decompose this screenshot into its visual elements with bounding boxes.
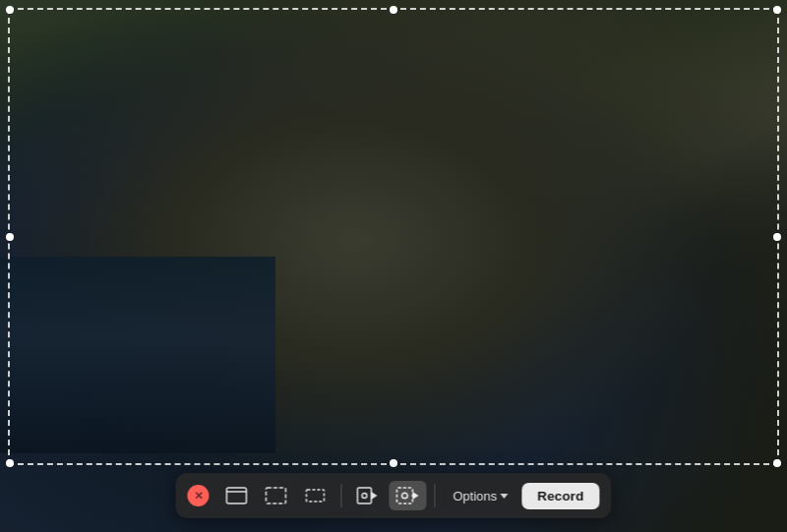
svg-rect-3 (306, 490, 324, 502)
record-button[interactable]: Record (521, 483, 599, 509)
water-area (0, 257, 275, 453)
close-icon: ✕ (194, 490, 203, 502)
record-screen-icon (356, 487, 378, 504)
capture-fullscreen-icon (265, 487, 286, 504)
svg-rect-0 (226, 488, 246, 503)
record-screen-button[interactable] (349, 482, 385, 509)
chevron-down-icon (500, 494, 508, 499)
capture-window-button[interactable] (218, 482, 254, 509)
svg-marker-6 (371, 492, 377, 500)
record-label: Record (537, 489, 583, 503)
record-selection-icon (395, 486, 419, 505)
capture-window-icon (225, 487, 247, 504)
svg-rect-7 (396, 488, 412, 503)
svg-marker-9 (412, 492, 418, 500)
capture-fullscreen-button[interactable] (258, 482, 293, 509)
toolbar-divider (340, 484, 341, 507)
options-button[interactable]: Options (443, 483, 517, 509)
options-label: Options (453, 489, 497, 503)
svg-point-8 (402, 493, 408, 499)
capture-selection-icon (304, 487, 326, 504)
svg-rect-4 (357, 488, 371, 503)
capture-selection-button[interactable] (297, 482, 333, 509)
svg-point-5 (362, 494, 367, 499)
screenshot-toolbar: ✕ Option (175, 473, 611, 518)
svg-rect-2 (266, 488, 285, 503)
toolbar-divider-2 (434, 484, 435, 507)
record-selection-button[interactable] (389, 481, 426, 510)
close-button[interactable]: ✕ (187, 485, 209, 506)
